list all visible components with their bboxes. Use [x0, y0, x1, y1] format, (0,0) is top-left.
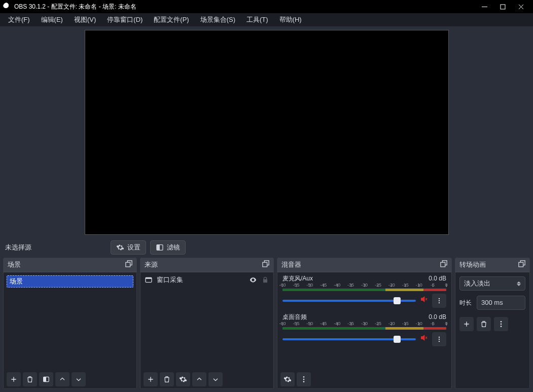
scene-item[interactable]: 场景: [7, 275, 133, 288]
volume-meter: -60-55-50-45-40-35-30-25-20-15-10-50: [282, 323, 446, 327]
svg-rect-23: [519, 262, 523, 267]
window-title: OBS 30.1.2 - 配置文件: 未命名 - 场景: 未命名: [14, 3, 475, 11]
svg-rect-8: [263, 262, 267, 267]
source-item-label: 窗口采集: [157, 275, 183, 284]
mixer-dock: 混音器 麦克风/Aux 0.0 dB -60-55-50-45-40-35-30…: [277, 258, 452, 389]
db-tick-label: -45: [320, 282, 327, 289]
duration-value: 300 ms: [481, 298, 503, 307]
eye-icon: [249, 276, 257, 284]
source-properties-button[interactable]: [176, 372, 190, 386]
visibility-toggle[interactable]: [249, 276, 257, 284]
svg-point-21: [303, 381, 305, 382]
db-tick-label: -60: [279, 282, 286, 289]
delete-scene-button[interactable]: [23, 372, 37, 386]
preview-area: [0, 26, 533, 237]
svg-point-18: [439, 341, 440, 342]
minimize-button[interactable]: [475, 0, 493, 13]
menu-tools[interactable]: 工具(T): [241, 14, 273, 25]
app-logo: [3, 3, 11, 11]
speaker-mute-icon: [420, 334, 428, 342]
db-tick-label: 0: [445, 320, 447, 327]
menu-scene-collection[interactable]: 场景集合(S): [195, 14, 240, 25]
maximize-button[interactable]: [493, 0, 512, 13]
db-tick-label: -45: [320, 320, 327, 327]
transition-selected: 淡入淡出: [464, 279, 490, 288]
db-tick-label: -30: [361, 282, 368, 289]
transitions-dock-title: 转场动画: [459, 260, 486, 269]
svg-point-25: [501, 324, 502, 325]
transition-menu-button[interactable]: [494, 317, 508, 331]
menu-help[interactable]: 帮助(H): [274, 14, 307, 25]
sources-dock-title: 来源: [145, 260, 158, 269]
transition-select[interactable]: 淡入淡出: [459, 276, 525, 291]
source-move-up-button[interactable]: [192, 372, 206, 386]
delete-transition-button[interactable]: [477, 317, 491, 331]
db-tick-label: -15: [402, 282, 409, 289]
db-tick-label: -30: [361, 320, 368, 327]
svg-point-19: [303, 376, 305, 378]
db-tick-label: -20: [388, 320, 395, 327]
no-source-label: 未选择源: [5, 243, 106, 252]
db-tick-label: -20: [388, 282, 395, 289]
channel-menu-button[interactable]: [432, 332, 446, 346]
more-vertical-icon: [436, 297, 443, 304]
svg-rect-12: [441, 262, 445, 267]
mute-button[interactable]: [420, 334, 428, 344]
lock-toggle[interactable]: [261, 276, 269, 284]
sources-dock: 来源 窗口采集: [140, 258, 274, 389]
volume-slider[interactable]: [282, 300, 416, 302]
db-tick-label: -25: [375, 282, 381, 289]
popout-icon[interactable]: [440, 260, 447, 270]
duration-spinbox[interactable]: 300 ms: [477, 296, 525, 310]
menu-profile[interactable]: 配置文件(P): [149, 14, 194, 25]
program-preview[interactable]: [85, 30, 449, 235]
db-tick-label: -60: [279, 320, 286, 327]
menu-dock[interactable]: 停靠窗口(D): [102, 14, 148, 25]
svg-rect-10: [146, 277, 152, 279]
close-button[interactable]: [512, 0, 530, 13]
mixer-dock-title: 混音器: [281, 260, 301, 269]
db-tick-label: -55: [293, 320, 299, 327]
source-filters-button[interactable]: 滤镜: [150, 240, 186, 255]
filters-icon: [156, 243, 164, 252]
more-vertical-icon: [300, 375, 308, 383]
add-source-button[interactable]: [144, 372, 158, 386]
svg-point-15: [439, 302, 440, 303]
db-tick-label: -15: [402, 320, 409, 327]
source-settings-button[interactable]: 设置: [111, 240, 146, 255]
db-tick-label: -55: [293, 282, 299, 289]
add-scene-button[interactable]: [7, 372, 21, 386]
lock-icon: [261, 276, 269, 284]
delete-source-button[interactable]: [160, 372, 174, 386]
menu-edit[interactable]: 编辑(E): [36, 14, 68, 25]
add-transition-button[interactable]: [459, 317, 474, 331]
mute-button[interactable]: [420, 295, 428, 306]
menu-file[interactable]: 文件(F): [3, 14, 35, 25]
mixer-menu-button[interactable]: [297, 372, 311, 386]
speaker-mute-icon: [420, 295, 428, 303]
mixer-channel: 桌面音频 0.0 dB -60-55-50-45-40-35-30-25-20-…: [282, 313, 446, 346]
scene-move-down-button[interactable]: [72, 372, 86, 386]
scene-move-up-button[interactable]: [55, 372, 69, 386]
source-item[interactable]: 窗口采集: [140, 272, 273, 288]
source-filters-label: 滤镜: [167, 243, 180, 252]
db-tick-label: -25: [375, 320, 381, 327]
db-tick-label: -50: [306, 320, 313, 327]
channel-menu-button[interactable]: [432, 294, 446, 308]
popout-icon[interactable]: [518, 260, 525, 270]
transitions-dock: 转场动画 淡入淡出 时长 300 ms: [455, 258, 530, 389]
db-tick-label: -5: [431, 320, 435, 327]
svg-rect-0: [501, 5, 505, 9]
mixer-channel: 麦克风/Aux 0.0 dB -60-55-50-45-40-35-30-25-…: [282, 274, 446, 308]
popout-icon[interactable]: [125, 260, 132, 270]
scene-filters-button[interactable]: [39, 372, 53, 386]
titlebar: OBS 30.1.2 - 配置文件: 未命名 - 场景: 未命名: [0, 0, 533, 13]
svg-point-16: [439, 336, 440, 337]
db-tick-label: -35: [347, 320, 354, 327]
volume-slider[interactable]: [282, 338, 416, 340]
source-move-down-button[interactable]: [208, 372, 223, 386]
menu-view[interactable]: 视图(V): [69, 14, 101, 25]
source-settings-label: 设置: [127, 243, 140, 252]
popout-icon[interactable]: [262, 260, 269, 270]
advanced-audio-button[interactable]: [280, 372, 295, 386]
